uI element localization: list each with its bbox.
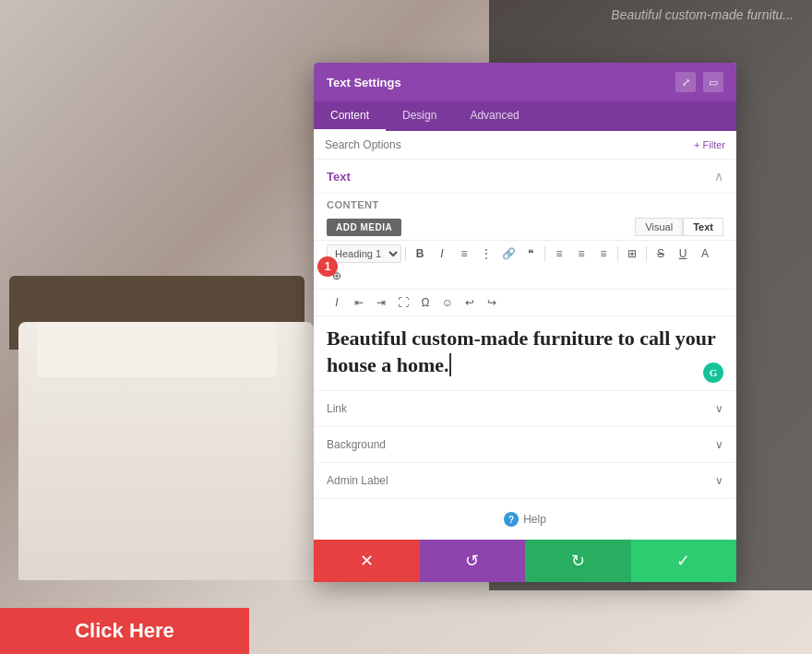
panel-search: + Filter bbox=[314, 131, 736, 160]
undo-button[interactable]: ↩ bbox=[460, 292, 480, 313]
align-center-button[interactable]: ≡ bbox=[571, 244, 591, 264]
text-button[interactable]: Text bbox=[683, 218, 723, 236]
tab-design[interactable]: Design bbox=[386, 101, 453, 131]
underline-button[interactable]: U bbox=[673, 244, 693, 264]
format-toolbar-row2: I ⇤ ⇥ ⛶ Ω ☺ ↩ ↪ bbox=[314, 290, 736, 316]
background-chevron-icon: ∨ bbox=[715, 438, 723, 451]
action-bar: ✕ ↺ ↻ ✓ bbox=[314, 540, 736, 582]
add-media-button[interactable]: ADD MEDIA bbox=[327, 219, 401, 236]
visual-button[interactable]: Visual bbox=[635, 218, 683, 236]
indent-right-button[interactable]: ⇥ bbox=[371, 292, 391, 313]
visual-text-group: Visual Text bbox=[635, 218, 723, 236]
italic-button[interactable]: I bbox=[432, 244, 452, 264]
panel-title: Text Settings bbox=[327, 76, 401, 89]
italic2-button[interactable]: I bbox=[327, 292, 347, 313]
collapse-icon-btn[interactable]: ▭ bbox=[703, 72, 723, 92]
admin-label-row[interactable]: Admin Label ∨ bbox=[314, 462, 736, 498]
text-section-header[interactable]: Text ∧ bbox=[314, 160, 736, 194]
separator-4 bbox=[646, 246, 647, 261]
tab-advanced[interactable]: Advanced bbox=[453, 101, 535, 131]
admin-label-chevron-icon: ∨ bbox=[715, 474, 723, 487]
ol-button[interactable]: ⋮ bbox=[476, 244, 496, 264]
separator-1 bbox=[405, 246, 406, 261]
separator-2 bbox=[544, 246, 545, 261]
link-button[interactable]: 🔗 bbox=[498, 244, 519, 264]
bold-button[interactable]: B bbox=[410, 244, 430, 264]
format-toolbar-row1: Heading 1 B I ≡ ⋮ 🔗 ❝ ≡ ≡ ≡ ⊞ S U A ⊕ bbox=[314, 240, 736, 290]
indent-left-button[interactable]: ⇤ bbox=[349, 292, 369, 313]
cancel-button[interactable]: ✕ bbox=[314, 540, 420, 582]
background-label: Background bbox=[327, 438, 386, 451]
badge-one: 1 bbox=[317, 256, 338, 277]
admin-label-text: Admin Label bbox=[327, 474, 388, 487]
content-label: Content bbox=[314, 194, 736, 214]
click-here-label: Click Here bbox=[75, 619, 174, 643]
omega-button[interactable]: Ω bbox=[415, 292, 436, 313]
align-left-button[interactable]: ≡ bbox=[549, 244, 569, 264]
help-row: ? Help bbox=[314, 498, 736, 540]
link-label: Link bbox=[327, 402, 347, 415]
ul-button[interactable]: ≡ bbox=[454, 244, 474, 264]
link-chevron-icon: ∨ bbox=[715, 402, 723, 415]
resize-icon-btn[interactable]: ⤢ bbox=[675, 72, 696, 92]
text-section-title: Text bbox=[327, 170, 351, 184]
help-icon[interactable]: ? bbox=[504, 512, 519, 527]
bed-pillow bbox=[37, 322, 277, 377]
click-here-bar[interactable]: Click Here bbox=[0, 608, 249, 654]
editor-cursor bbox=[449, 353, 451, 376]
panel-header-icons: ⤢ ▭ bbox=[675, 72, 723, 92]
editor-content[interactable]: Beautiful custom-made furniture to call … bbox=[314, 316, 736, 390]
grammarly-icon[interactable]: G bbox=[703, 363, 723, 383]
panel-body: Text ∧ Content ADD MEDIA Visual Text Hea… bbox=[314, 160, 736, 540]
font-color-button[interactable]: A bbox=[695, 244, 715, 264]
panel-header: Text Settings ⤢ ▭ bbox=[314, 63, 736, 101]
filter-button[interactable]: + Filter bbox=[694, 139, 725, 150]
text-section-chevron: ∧ bbox=[714, 169, 723, 184]
save-button[interactable]: ✓ bbox=[631, 540, 737, 582]
settings-panel: Text Settings ⤢ ▭ Content Design Advance… bbox=[314, 63, 736, 582]
editor-toolbar-row1: ADD MEDIA Visual Text bbox=[314, 214, 736, 240]
redo2-button[interactable]: ↪ bbox=[482, 292, 502, 313]
reset-button[interactable]: ↺ bbox=[420, 540, 526, 582]
heading-select[interactable]: Heading 1 bbox=[327, 244, 401, 263]
table-button[interactable]: ⊞ bbox=[622, 244, 642, 264]
watermark-text: Beautiful custom-made furnitu... bbox=[611, 7, 794, 22]
blockquote-button[interactable]: ❝ bbox=[520, 244, 541, 264]
tab-content[interactable]: Content bbox=[314, 101, 386, 131]
redo-button[interactable]: ↻ bbox=[525, 540, 631, 582]
separator-3 bbox=[617, 246, 618, 261]
strikethrough-button[interactable]: S bbox=[651, 244, 671, 264]
search-input[interactable] bbox=[325, 138, 694, 151]
align-right-button[interactable]: ≡ bbox=[593, 244, 614, 264]
fullscreen-button[interactable]: ⛶ bbox=[393, 292, 413, 313]
background-row[interactable]: Background ∨ bbox=[314, 426, 736, 462]
link-row[interactable]: Link ∨ bbox=[314, 390, 736, 426]
emoji-button[interactable]: ☺ bbox=[437, 292, 458, 313]
panel-tabs: Content Design Advanced bbox=[314, 101, 736, 131]
help-text: Help bbox=[523, 513, 546, 526]
editor-text: Beautiful custom-made furniture to call … bbox=[327, 327, 715, 376]
